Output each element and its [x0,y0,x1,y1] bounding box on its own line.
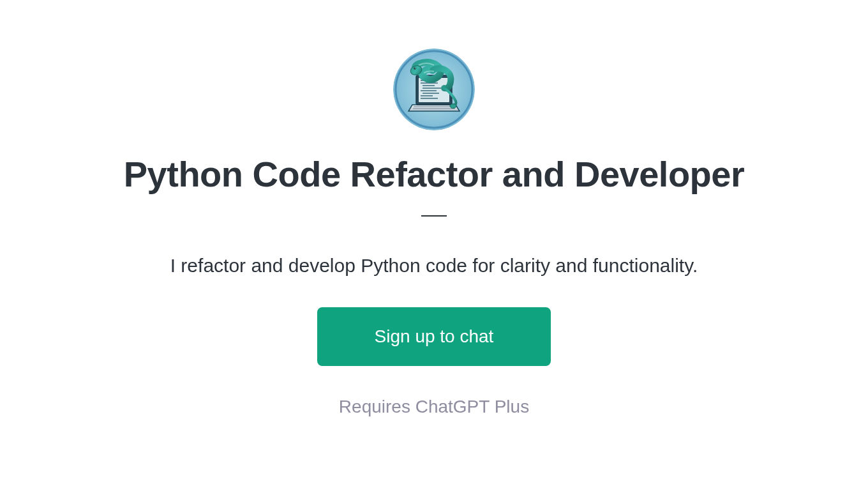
gpt-description: I refactor and develop Python code for c… [170,255,698,277]
signup-button[interactable]: Sign up to chat [317,307,551,366]
requires-plus-text: Requires ChatGPT Plus [339,397,529,417]
divider [421,215,447,217]
svg-point-16 [414,67,416,70]
gpt-avatar [393,49,475,130]
python-laptop-icon [393,49,475,130]
svg-point-17 [415,68,415,68]
page-title: Python Code Refactor and Developer [124,153,745,195]
svg-point-14 [450,104,456,109]
